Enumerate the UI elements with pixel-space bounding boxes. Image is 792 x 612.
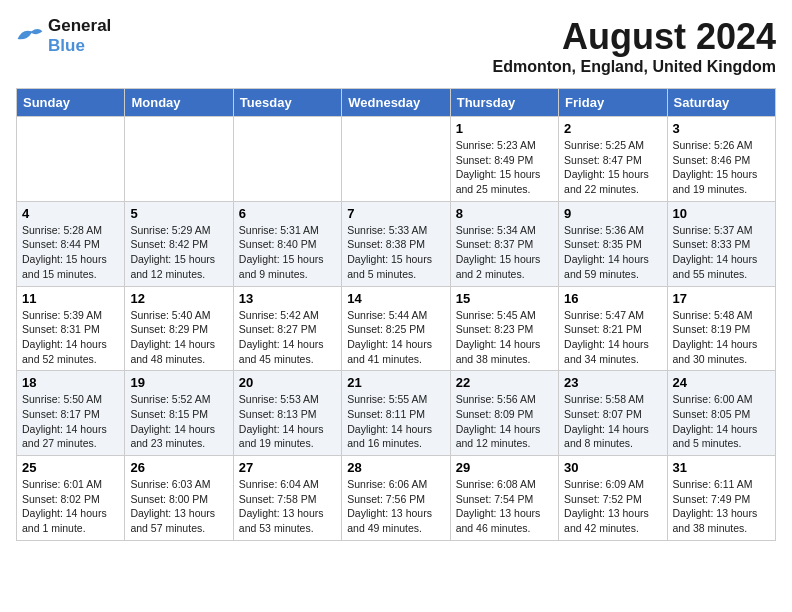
page-header: General Blue August 2024 Edmonton, Engla… (16, 16, 776, 76)
day-number: 23 (564, 375, 661, 390)
day-cell: 5Sunrise: 5:29 AM Sunset: 8:42 PM Daylig… (125, 201, 233, 286)
day-number: 8 (456, 206, 553, 221)
day-info: Sunrise: 6:01 AM Sunset: 8:02 PM Dayligh… (22, 477, 119, 536)
col-header-tuesday: Tuesday (233, 89, 341, 117)
day-info: Sunrise: 5:40 AM Sunset: 8:29 PM Dayligh… (130, 308, 227, 367)
day-info: Sunrise: 5:50 AM Sunset: 8:17 PM Dayligh… (22, 392, 119, 451)
day-info: Sunrise: 5:29 AM Sunset: 8:42 PM Dayligh… (130, 223, 227, 282)
day-number: 24 (673, 375, 770, 390)
day-cell: 27Sunrise: 6:04 AM Sunset: 7:58 PM Dayli… (233, 456, 341, 541)
day-info: Sunrise: 5:47 AM Sunset: 8:21 PM Dayligh… (564, 308, 661, 367)
week-row-3: 11Sunrise: 5:39 AM Sunset: 8:31 PM Dayli… (17, 286, 776, 371)
day-cell: 7Sunrise: 5:33 AM Sunset: 8:38 PM Daylig… (342, 201, 450, 286)
day-cell: 22Sunrise: 5:56 AM Sunset: 8:09 PM Dayli… (450, 371, 558, 456)
week-row-1: 1Sunrise: 5:23 AM Sunset: 8:49 PM Daylig… (17, 117, 776, 202)
day-number: 13 (239, 291, 336, 306)
day-number: 14 (347, 291, 444, 306)
day-cell: 17Sunrise: 5:48 AM Sunset: 8:19 PM Dayli… (667, 286, 775, 371)
day-info: Sunrise: 5:34 AM Sunset: 8:37 PM Dayligh… (456, 223, 553, 282)
day-info: Sunrise: 6:06 AM Sunset: 7:56 PM Dayligh… (347, 477, 444, 536)
day-cell: 4Sunrise: 5:28 AM Sunset: 8:44 PM Daylig… (17, 201, 125, 286)
col-header-sunday: Sunday (17, 89, 125, 117)
day-info: Sunrise: 6:08 AM Sunset: 7:54 PM Dayligh… (456, 477, 553, 536)
day-cell (125, 117, 233, 202)
day-info: Sunrise: 5:48 AM Sunset: 8:19 PM Dayligh… (673, 308, 770, 367)
day-info: Sunrise: 5:28 AM Sunset: 8:44 PM Dayligh… (22, 223, 119, 282)
day-number: 26 (130, 460, 227, 475)
day-info: Sunrise: 6:11 AM Sunset: 7:49 PM Dayligh… (673, 477, 770, 536)
day-cell (17, 117, 125, 202)
day-cell: 1Sunrise: 5:23 AM Sunset: 8:49 PM Daylig… (450, 117, 558, 202)
day-info: Sunrise: 5:58 AM Sunset: 8:07 PM Dayligh… (564, 392, 661, 451)
day-cell: 29Sunrise: 6:08 AM Sunset: 7:54 PM Dayli… (450, 456, 558, 541)
week-row-4: 18Sunrise: 5:50 AM Sunset: 8:17 PM Dayli… (17, 371, 776, 456)
day-number: 5 (130, 206, 227, 221)
col-header-thursday: Thursday (450, 89, 558, 117)
day-number: 31 (673, 460, 770, 475)
day-info: Sunrise: 5:53 AM Sunset: 8:13 PM Dayligh… (239, 392, 336, 451)
day-info: Sunrise: 5:55 AM Sunset: 8:11 PM Dayligh… (347, 392, 444, 451)
col-header-wednesday: Wednesday (342, 89, 450, 117)
logo-bird-icon (16, 25, 44, 47)
day-number: 6 (239, 206, 336, 221)
calendar-header-row: SundayMondayTuesdayWednesdayThursdayFrid… (17, 89, 776, 117)
day-info: Sunrise: 5:23 AM Sunset: 8:49 PM Dayligh… (456, 138, 553, 197)
day-number: 21 (347, 375, 444, 390)
col-header-monday: Monday (125, 89, 233, 117)
day-cell: 11Sunrise: 5:39 AM Sunset: 8:31 PM Dayli… (17, 286, 125, 371)
month-title: August 2024 (492, 16, 776, 58)
day-number: 9 (564, 206, 661, 221)
col-header-saturday: Saturday (667, 89, 775, 117)
day-info: Sunrise: 5:25 AM Sunset: 8:47 PM Dayligh… (564, 138, 661, 197)
day-number: 18 (22, 375, 119, 390)
week-row-5: 25Sunrise: 6:01 AM Sunset: 8:02 PM Dayli… (17, 456, 776, 541)
calendar-body: 1Sunrise: 5:23 AM Sunset: 8:49 PM Daylig… (17, 117, 776, 541)
day-cell: 12Sunrise: 5:40 AM Sunset: 8:29 PM Dayli… (125, 286, 233, 371)
day-info: Sunrise: 6:09 AM Sunset: 7:52 PM Dayligh… (564, 477, 661, 536)
day-number: 28 (347, 460, 444, 475)
day-cell: 10Sunrise: 5:37 AM Sunset: 8:33 PM Dayli… (667, 201, 775, 286)
day-info: Sunrise: 5:37 AM Sunset: 8:33 PM Dayligh… (673, 223, 770, 282)
day-cell: 3Sunrise: 5:26 AM Sunset: 8:46 PM Daylig… (667, 117, 775, 202)
week-row-2: 4Sunrise: 5:28 AM Sunset: 8:44 PM Daylig… (17, 201, 776, 286)
day-cell: 2Sunrise: 5:25 AM Sunset: 8:47 PM Daylig… (559, 117, 667, 202)
day-number: 19 (130, 375, 227, 390)
day-number: 27 (239, 460, 336, 475)
day-info: Sunrise: 5:56 AM Sunset: 8:09 PM Dayligh… (456, 392, 553, 451)
col-header-friday: Friday (559, 89, 667, 117)
day-number: 29 (456, 460, 553, 475)
day-number: 10 (673, 206, 770, 221)
day-cell: 30Sunrise: 6:09 AM Sunset: 7:52 PM Dayli… (559, 456, 667, 541)
day-number: 11 (22, 291, 119, 306)
day-number: 15 (456, 291, 553, 306)
day-info: Sunrise: 5:26 AM Sunset: 8:46 PM Dayligh… (673, 138, 770, 197)
day-number: 4 (22, 206, 119, 221)
logo: General Blue (16, 16, 111, 55)
day-cell: 19Sunrise: 5:52 AM Sunset: 8:15 PM Dayli… (125, 371, 233, 456)
day-info: Sunrise: 5:45 AM Sunset: 8:23 PM Dayligh… (456, 308, 553, 367)
day-cell: 21Sunrise: 5:55 AM Sunset: 8:11 PM Dayli… (342, 371, 450, 456)
day-info: Sunrise: 5:44 AM Sunset: 8:25 PM Dayligh… (347, 308, 444, 367)
day-info: Sunrise: 5:52 AM Sunset: 8:15 PM Dayligh… (130, 392, 227, 451)
day-cell: 15Sunrise: 5:45 AM Sunset: 8:23 PM Dayli… (450, 286, 558, 371)
day-number: 1 (456, 121, 553, 136)
day-number: 2 (564, 121, 661, 136)
day-number: 25 (22, 460, 119, 475)
day-number: 20 (239, 375, 336, 390)
day-number: 16 (564, 291, 661, 306)
day-cell: 26Sunrise: 6:03 AM Sunset: 8:00 PM Dayli… (125, 456, 233, 541)
day-number: 3 (673, 121, 770, 136)
day-cell: 23Sunrise: 5:58 AM Sunset: 8:07 PM Dayli… (559, 371, 667, 456)
day-cell: 25Sunrise: 6:01 AM Sunset: 8:02 PM Dayli… (17, 456, 125, 541)
day-cell: 24Sunrise: 6:00 AM Sunset: 8:05 PM Dayli… (667, 371, 775, 456)
day-number: 17 (673, 291, 770, 306)
day-cell: 18Sunrise: 5:50 AM Sunset: 8:17 PM Dayli… (17, 371, 125, 456)
day-info: Sunrise: 6:03 AM Sunset: 8:00 PM Dayligh… (130, 477, 227, 536)
location-title: Edmonton, England, United Kingdom (492, 58, 776, 76)
day-info: Sunrise: 6:00 AM Sunset: 8:05 PM Dayligh… (673, 392, 770, 451)
calendar-table: SundayMondayTuesdayWednesdayThursdayFrid… (16, 88, 776, 541)
day-info: Sunrise: 5:31 AM Sunset: 8:40 PM Dayligh… (239, 223, 336, 282)
logo-line2: Blue (48, 36, 111, 56)
day-info: Sunrise: 6:04 AM Sunset: 7:58 PM Dayligh… (239, 477, 336, 536)
day-cell: 8Sunrise: 5:34 AM Sunset: 8:37 PM Daylig… (450, 201, 558, 286)
